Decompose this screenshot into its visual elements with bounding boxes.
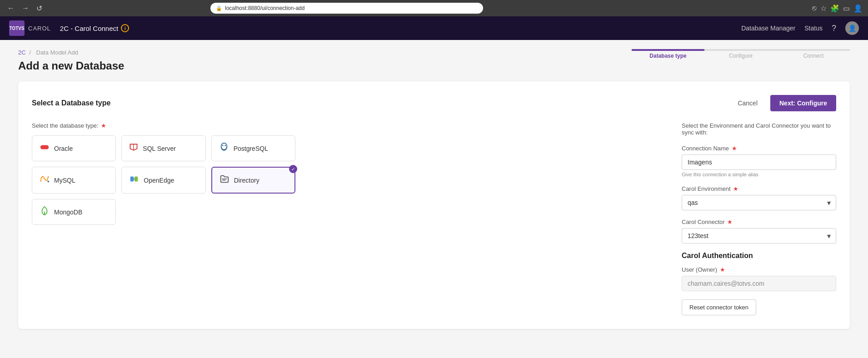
db-option-sqlserver[interactable]: SQL Server — [121, 135, 205, 161]
db-option-mysql[interactable]: MySQL — [32, 167, 116, 194]
sqlserver-label: SQL Server — [143, 145, 176, 152]
window-icon[interactable]: ▭ — [843, 4, 850, 13]
logo-sub: CAROL — [28, 25, 51, 32]
left-panel: Select the database type: ★ Oracle — [32, 122, 654, 315]
carol-connector-label: Carol Connector ★ — [682, 219, 836, 225]
directory-label: Directory — [234, 177, 259, 184]
right-panel: Select the Environment and Carol Connect… — [682, 122, 836, 315]
carol-connector-group: Carol Connector ★ 123test connector2 con… — [682, 219, 836, 244]
carol-authentication-heading: Carol Authentication — [682, 252, 836, 260]
db-option-directory[interactable]: Directory ✓ — [211, 167, 295, 194]
required-marker: ★ — [101, 122, 106, 129]
connection-name-input[interactable] — [682, 154, 836, 170]
breadcrumb-separator: / — [29, 49, 31, 56]
connection-name-hint: Give this connection a simple alias — [682, 172, 836, 177]
top-nav: TOTVS CAROL 2C - Carol Connect i Databas… — [0, 16, 868, 40]
back-button[interactable]: ← — [5, 2, 16, 14]
step-2-label: Configure — [729, 53, 753, 59]
svg-rect-8 — [135, 177, 138, 182]
step-2: Configure — [704, 49, 777, 59]
sqlserver-icon — [129, 143, 138, 154]
svg-rect-11 — [222, 180, 225, 180]
forward-button[interactable]: → — [20, 2, 31, 14]
page-content: 2C / Data Model Add Add a new Database D… — [0, 40, 868, 358]
url-bar[interactable]: 🔒 localhost:8880/ui/connection-add — [210, 3, 483, 14]
user-owner-group: User (Owner) ★ — [682, 266, 836, 291]
db-option-postgresql[interactable]: PostgreSQL — [211, 135, 295, 161]
url-text: localhost:8880/ui/connection-add — [225, 5, 304, 11]
db-section-label: Select the database type: ★ — [32, 122, 654, 129]
carol-connector-required: ★ — [727, 219, 733, 225]
step-1-label: Database type — [649, 53, 686, 59]
svg-point-5 — [224, 145, 226, 146]
step-1: Database type — [632, 49, 704, 59]
card-header: Select a Database type Cancel Next: Conf… — [32, 95, 836, 111]
browser-chrome: ← → ↺ 🔒 localhost:8880/ui/connection-add… — [0, 0, 868, 16]
share-icon[interactable]: ⎋ — [812, 4, 817, 13]
breadcrumb-root[interactable]: 2C — [18, 49, 26, 56]
carol-connector-select[interactable]: 123test connector2 connector3 — [682, 228, 836, 244]
mysql-icon — [40, 174, 50, 186]
user-owner-required: ★ — [720, 266, 725, 273]
db-option-openedge[interactable]: OpenEdge — [121, 167, 205, 194]
reload-button[interactable]: ↺ — [35, 2, 44, 15]
directory-icon — [219, 174, 229, 186]
page-header: 2C / Data Model Add Add a new Database D… — [18, 49, 850, 72]
step-3-line — [777, 49, 850, 51]
connection-name-group: Connection Name ★ Give this connection a… — [682, 145, 836, 177]
avatar[interactable]: 👤 — [845, 21, 859, 35]
openedge-label: OpenEdge — [144, 177, 174, 184]
nav-logo: TOTVS CAROL — [9, 20, 51, 36]
oracle-label: Oracle — [54, 145, 73, 152]
carol-connector-select-wrapper: 123test connector2 connector3 — [682, 228, 836, 244]
svg-point-3 — [221, 143, 227, 150]
svg-rect-0 — [40, 145, 49, 149]
user-owner-label: User (Owner) ★ — [682, 266, 836, 273]
carol-environment-label: Carol Environment ★ — [682, 185, 836, 192]
svg-rect-10 — [222, 179, 227, 179]
step-1-progress — [632, 49, 704, 51]
db-type-grid: Oracle SQL Server — [32, 135, 295, 225]
db-option-oracle[interactable]: Oracle — [32, 135, 116, 161]
header-left: 2C / Data Model Add Add a new Database — [18, 49, 124, 72]
extension-icon[interactable]: 🧩 — [830, 4, 839, 13]
carol-environment-select[interactable]: qas prod dev — [682, 195, 836, 210]
star-icon[interactable]: ☆ — [820, 4, 827, 13]
cancel-button[interactable]: Cancel — [730, 96, 765, 110]
card-actions: Cancel Next: Configure — [730, 95, 836, 111]
step-3: Connect — [777, 49, 850, 59]
help-icon[interactable]: ? — [832, 24, 836, 33]
logo-text: TOTVS — [9, 26, 24, 31]
app-title: 2C - Carol Connect i — [60, 24, 129, 32]
reset-connector-token-button[interactable]: Reset connector token — [682, 299, 756, 315]
logo-box: TOTVS — [9, 20, 25, 36]
profile-icon[interactable]: 👤 — [853, 4, 863, 13]
main-card: Select a Database type Cancel Next: Conf… — [18, 81, 850, 329]
connection-name-required: ★ — [732, 145, 737, 152]
step-2-line — [704, 49, 777, 51]
svg-rect-7 — [130, 177, 134, 182]
page-title: Add a new Database — [18, 60, 124, 72]
mongodb-label: MongoDB — [54, 209, 82, 216]
postgresql-icon — [219, 142, 229, 154]
user-owner-input — [682, 276, 836, 291]
step-3-progress — [777, 49, 850, 51]
breadcrumb: 2C / Data Model Add — [18, 49, 124, 56]
lock-icon: 🔒 — [216, 5, 222, 11]
mongodb-icon — [40, 206, 50, 218]
step-1-line — [632, 49, 704, 51]
nav-right: Database Manager Status ? 👤 — [741, 21, 859, 35]
step-3-label: Connect — [803, 53, 824, 59]
next-configure-button[interactable]: Next: Configure — [770, 95, 836, 111]
mysql-label: MySQL — [54, 177, 75, 184]
db-option-mongodb[interactable]: MongoDB — [32, 199, 116, 225]
info-icon[interactable]: i — [121, 24, 129, 32]
postgresql-label: PostgreSQL — [234, 145, 268, 152]
carol-authentication-section: Carol Authentication User (Owner) ★ Rese… — [682, 252, 836, 315]
svg-point-6 — [47, 181, 49, 183]
database-manager-link[interactable]: Database Manager — [741, 25, 795, 32]
card-title: Select a Database type — [32, 99, 110, 107]
carol-environment-required: ★ — [733, 185, 738, 192]
stepper: Database type Configure Connect — [632, 49, 850, 59]
status-link[interactable]: Status — [804, 25, 823, 32]
